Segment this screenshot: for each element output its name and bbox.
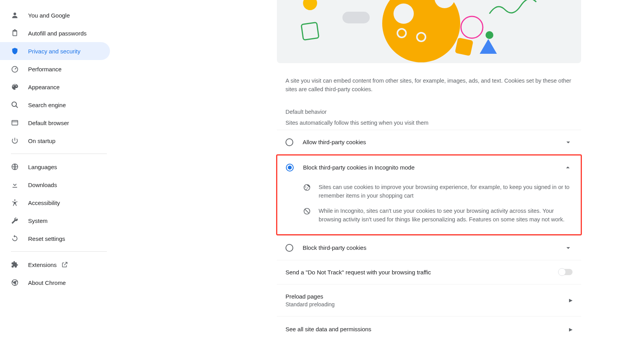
wrench-icon [11, 217, 19, 224]
option-block-third-party[interactable]: Block third-party cookies [277, 235, 581, 260]
sidebar-label: On startup [28, 138, 55, 144]
sidebar-label: Privacy and security [28, 48, 80, 55]
setting-title: See all site data and permissions [285, 326, 569, 332]
accessibility-icon [11, 199, 19, 207]
detail-item-block: While in Incognito, sites can't use your… [303, 203, 572, 227]
sidebar-item-languages[interactable]: Languages [0, 158, 110, 176]
clipboard-icon [11, 29, 19, 37]
chevron-down-icon [564, 244, 573, 252]
setting-subtitle: Standard preloading [285, 301, 569, 307]
radio-unchecked-icon [285, 138, 293, 146]
sidebar-label: You and Google [28, 12, 70, 19]
sidebar-divider [11, 154, 107, 154]
radio-unchecked-icon [285, 244, 293, 252]
sidebar-label: About Chrome [28, 279, 66, 286]
sidebar-item-on-startup[interactable]: On startup [0, 132, 110, 150]
option-block-incognito[interactable]: Block third-party cookies in Incognito m… [277, 155, 581, 180]
sidebar-label: Extensions [28, 262, 57, 268]
extension-icon [11, 261, 19, 269]
radio-checked-icon [286, 164, 294, 171]
svg-point-8 [394, 4, 414, 24]
sidebar-label: Autofill and passwords [28, 30, 87, 37]
highlighted-option-box: Block third-party cookies in Incognito m… [276, 154, 582, 235]
setting-title: Preload pages [285, 293, 569, 300]
sidebar-item-reset[interactable]: Reset settings [0, 230, 110, 247]
svg-rect-3 [12, 120, 18, 125]
svg-point-15 [486, 31, 493, 39]
sidebar-label: Default browser [28, 120, 69, 126]
sidebar-item-performance[interactable]: Performance [0, 60, 110, 78]
download-icon [11, 181, 19, 189]
setting-preload-pages[interactable]: Preload pages Standard preloading ▸ [277, 284, 581, 316]
browser-window-icon [11, 119, 19, 127]
sidebar-item-appearance[interactable]: Appearance [0, 78, 110, 96]
svg-point-2 [12, 102, 17, 107]
sidebar-item-accessibility[interactable]: Accessibility [0, 194, 110, 212]
arrow-right-icon: ▸ [569, 325, 573, 334]
sidebar-label: Accessibility [28, 200, 60, 206]
incognito-detail-list: Sites can use cookies to improve your br… [277, 180, 581, 234]
sidebar-item-downloads[interactable]: Downloads [0, 176, 110, 194]
palette-icon [11, 83, 19, 91]
sidebar-item-autofill[interactable]: Autofill and passwords [0, 24, 110, 42]
svg-rect-16 [455, 37, 473, 56]
default-behavior-sub: Sites automatically follow this setting … [277, 115, 581, 130]
svg-rect-12 [342, 12, 370, 23]
sidebar-label: Search engine [28, 102, 66, 108]
radio-label: Allow third-party cookies [303, 139, 564, 145]
settings-sidebar: You and Google Autofill and passwords Pr… [0, 0, 113, 364]
sidebar-item-privacy[interactable]: Privacy and security [0, 42, 110, 60]
radio-label: Block third-party cookies [303, 244, 564, 251]
svg-point-14 [461, 16, 483, 38]
svg-point-5 [14, 200, 15, 201]
detail-text: Sites can use cookies to improve your br… [319, 183, 572, 200]
sidebar-label: System [28, 217, 48, 224]
sidebar-divider [11, 251, 107, 252]
speedometer-icon [11, 65, 19, 73]
sidebar-item-you-and-google[interactable]: You and Google [0, 6, 110, 24]
sidebar-label: Languages [28, 164, 57, 170]
arrow-right-icon: ▸ [569, 296, 573, 304]
sidebar-label: Appearance [28, 84, 60, 90]
sidebar-item-system[interactable]: System [0, 212, 110, 230]
toggle-off[interactable] [558, 269, 573, 275]
setting-title: Send a "Do Not Track" request with your … [285, 269, 558, 276]
globe-icon [11, 163, 19, 171]
sidebar-item-search-engine[interactable]: Search engine [0, 96, 110, 114]
chevron-down-icon [564, 138, 573, 147]
sidebar-item-extensions[interactable]: Extensions [0, 256, 110, 274]
block-icon [303, 207, 311, 215]
sidebar-label: Downloads [28, 182, 57, 188]
option-allow-third-party[interactable]: Allow third-party cookies [277, 130, 581, 154]
setting-do-not-track[interactable]: Send a "Do Not Track" request with your … [277, 260, 581, 284]
search-icon [11, 101, 19, 109]
shield-icon [11, 47, 19, 55]
detail-text: While in Incognito, sites can't use your… [319, 207, 572, 224]
chrome-icon [11, 279, 19, 286]
person-icon [11, 11, 19, 19]
sidebar-item-default-browser[interactable]: Default browser [0, 114, 110, 132]
svg-point-0 [14, 12, 16, 15]
setting-all-site-data[interactable]: See all site data and permissions ▸ [277, 316, 581, 342]
open-in-new-icon [61, 261, 68, 268]
hero-illustration [277, 0, 581, 63]
power-icon [11, 137, 19, 145]
svg-rect-13 [301, 22, 319, 40]
sidebar-label: Performance [28, 66, 62, 72]
reset-icon [11, 235, 19, 242]
intro-text: A site you visit can embed content from … [277, 63, 581, 94]
cookie-icon [303, 184, 311, 191]
settings-content: A site you visit can embed content from … [277, 0, 581, 364]
detail-item-cookie: Sites can use cookies to improve your br… [303, 180, 572, 203]
radio-label: Block third-party cookies in Incognito m… [303, 164, 564, 171]
sidebar-item-about-chrome[interactable]: About Chrome [0, 274, 110, 292]
chevron-up-icon [564, 163, 572, 172]
default-behavior-heading: Default behavior [277, 94, 581, 115]
sidebar-label: Reset settings [28, 235, 65, 242]
